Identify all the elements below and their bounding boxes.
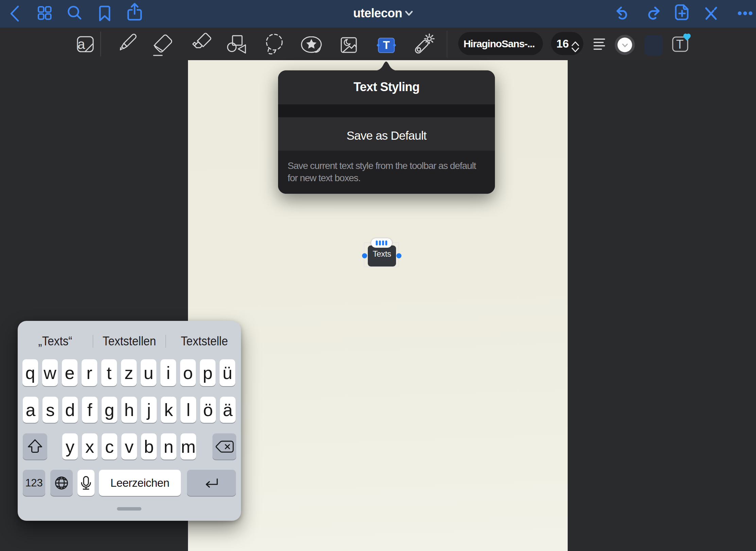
svg-text:a: a: [78, 37, 85, 52]
svg-text:T: T: [383, 39, 390, 51]
svg-text:16: 16: [556, 37, 569, 50]
svg-text:HiraginoSans-...: HiraginoSans-...: [463, 38, 534, 49]
svg-text:utelecon: utelecon: [353, 6, 402, 20]
svg-text:T: T: [676, 37, 684, 51]
